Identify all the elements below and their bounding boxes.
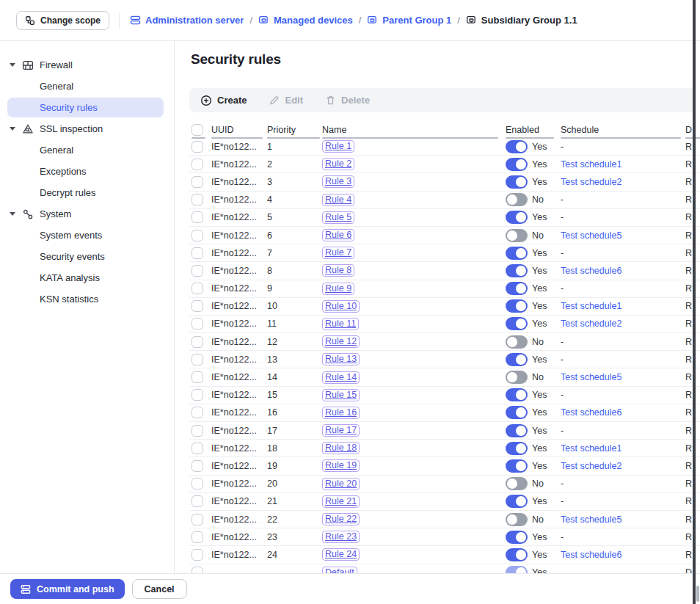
schedule-link[interactable]: Test schedule6: [561, 550, 621, 560]
breadcrumb-item[interactable]: Managed devices: [258, 15, 353, 26]
enabled-toggle[interactable]: [506, 442, 528, 455]
rule-name-link[interactable]: Rule 10: [325, 301, 357, 311]
rule-name-link[interactable]: Rule 14: [325, 372, 357, 382]
rule-name-link[interactable]: Rule 19: [325, 460, 357, 470]
delete-button[interactable]: Delete: [325, 95, 370, 106]
enabled-toggle[interactable]: [506, 335, 528, 349]
rule-name-link[interactable]: Rule 6: [325, 230, 351, 240]
enabled-toggle[interactable]: [506, 388, 528, 401]
sidebar-item-security-events[interactable]: Security events: [0, 246, 174, 267]
create-button[interactable]: Create: [200, 95, 247, 106]
schedule-link[interactable]: Test schedule2: [561, 177, 621, 187]
rule-name-link[interactable]: Rule 24: [325, 549, 357, 559]
rule-name-link[interactable]: Rule 4: [325, 194, 351, 205]
schedule-link[interactable]: Test schedule2: [561, 319, 621, 329]
enabled-toggle[interactable]: [506, 353, 528, 366]
column-header-schedule[interactable]: Schedule: [561, 122, 685, 138]
rule-name-link[interactable]: Rule 3: [325, 176, 351, 186]
schedule-link[interactable]: Test schedule6: [561, 266, 621, 276]
rule-name-link[interactable]: Rule 20: [325, 479, 357, 489]
rule-name-link[interactable]: Rule 12: [325, 336, 357, 346]
rule-name-link[interactable]: Rule 15: [325, 390, 357, 400]
enabled-toggle[interactable]: [506, 193, 528, 206]
enabled-toggle[interactable]: [506, 299, 528, 313]
rule-name-link[interactable]: Rule 13: [325, 354, 357, 364]
sidebar-item-system-events[interactable]: System events: [0, 225, 174, 246]
column-header-name[interactable]: Name: [322, 122, 506, 138]
rule-name-link[interactable]: Rule 11: [325, 319, 356, 329]
enabled-toggle[interactable]: [506, 229, 528, 242]
column-header-enabled[interactable]: Enabled: [506, 122, 561, 138]
scrollbar-thumb[interactable]: [696, 586, 699, 602]
rule-name-link[interactable]: Rule 22: [325, 514, 357, 524]
sidebar-item-firewall[interactable]: Firewall: [0, 54, 174, 76]
sidebar-item-general[interactable]: General: [0, 76, 174, 97]
sidebar-item-exceptions[interactable]: Exceptions: [0, 161, 174, 182]
enabled-toggle[interactable]: [506, 477, 528, 490]
sidebar-item-ssl-inspection[interactable]: SSL inspection: [0, 118, 174, 139]
cancel-button[interactable]: Cancel: [132, 579, 187, 599]
enabled-toggle[interactable]: [506, 175, 528, 189]
row-checkbox[interactable]: [192, 531, 203, 543]
rule-name-link[interactable]: Rule 16: [325, 407, 357, 418]
row-checkbox[interactable]: [192, 176, 203, 188]
row-checkbox[interactable]: [192, 211, 203, 223]
sidebar-item-system[interactable]: System: [0, 203, 174, 225]
sidebar-item-general[interactable]: General: [0, 139, 174, 161]
schedule-link[interactable]: Test schedule5: [561, 514, 621, 525]
select-all-checkbox[interactable]: [192, 124, 203, 136]
breadcrumb-item[interactable]: Parent Group 1: [367, 15, 451, 26]
rule-name-link[interactable]: Default: [325, 567, 354, 573]
row-checkbox[interactable]: [192, 371, 203, 383]
rule-name-link[interactable]: Rule 5: [325, 212, 351, 222]
rule-name-link[interactable]: Rule 23: [325, 531, 357, 542]
enabled-toggle[interactable]: [506, 140, 528, 153]
enabled-toggle[interactable]: [506, 513, 528, 526]
row-checkbox[interactable]: [192, 159, 203, 170]
enabled-toggle[interactable]: [506, 211, 528, 224]
sidebar-item-decrypt-rules[interactable]: Decrypt rules: [0, 182, 174, 203]
column-header-uuid[interactable]: UUID: [211, 122, 267, 138]
enabled-toggle[interactable]: [506, 566, 528, 573]
row-checkbox[interactable]: [192, 300, 203, 312]
row-checkbox[interactable]: [192, 460, 203, 472]
row-checkbox[interactable]: [192, 407, 203, 418]
row-checkbox[interactable]: [192, 194, 203, 205]
sidebar-item-ksn-statistics[interactable]: KSN statistics: [0, 288, 174, 310]
schedule-link[interactable]: Test schedule1: [561, 443, 621, 454]
enabled-toggle[interactable]: [506, 406, 528, 419]
row-checkbox[interactable]: [192, 283, 203, 294]
row-checkbox[interactable]: [192, 265, 203, 277]
rule-name-link[interactable]: Rule 7: [325, 247, 351, 258]
row-checkbox[interactable]: [192, 354, 203, 365]
row-checkbox[interactable]: [192, 425, 203, 437]
schedule-link[interactable]: Test schedule2: [561, 461, 621, 471]
edit-button[interactable]: Edit: [269, 95, 303, 106]
rule-name-link[interactable]: Rule 1: [325, 141, 351, 151]
rule-name-link[interactable]: Rule 21: [325, 496, 357, 506]
collapse-caret-icon[interactable]: [10, 127, 15, 131]
enabled-toggle[interactable]: [506, 495, 528, 508]
enabled-toggle[interactable]: [506, 531, 528, 544]
schedule-link[interactable]: Test schedule6: [561, 407, 621, 418]
enabled-toggle[interactable]: [506, 459, 528, 473]
row-checkbox[interactable]: [192, 495, 203, 507]
row-checkbox[interactable]: [192, 318, 203, 330]
rule-name-link[interactable]: Rule 8: [325, 265, 351, 275]
enabled-toggle[interactable]: [506, 371, 528, 384]
enabled-toggle[interactable]: [506, 424, 528, 437]
row-checkbox[interactable]: [192, 443, 203, 454]
row-checkbox[interactable]: [192, 549, 203, 561]
row-checkbox[interactable]: [192, 478, 203, 490]
commit-and-push-button[interactable]: Commit and push: [10, 579, 125, 599]
rule-name-link[interactable]: Rule 17: [325, 425, 357, 435]
row-checkbox[interactable]: [192, 141, 203, 153]
enabled-toggle[interactable]: [506, 548, 528, 561]
enabled-toggle[interactable]: [506, 317, 528, 330]
sidebar-item-security-rules[interactable]: Security rules: [0, 97, 174, 118]
schedule-link[interactable]: Test schedule1: [561, 301, 621, 311]
collapse-caret-icon[interactable]: [10, 63, 15, 67]
rule-name-link[interactable]: Rule 9: [325, 283, 351, 294]
schedule-link[interactable]: Test schedule5: [561, 230, 621, 241]
row-checkbox[interactable]: [192, 389, 203, 401]
